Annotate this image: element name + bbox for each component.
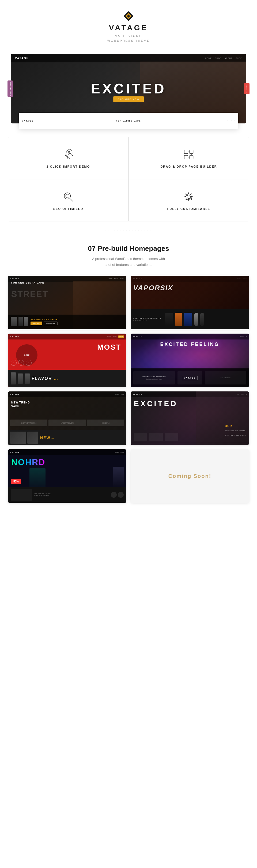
preview-7-nav-logo: VATAGE [10, 452, 20, 453]
vatage-label: VATAGE [182, 376, 198, 380]
preview-4-nav: VATAGE HOME ● [131, 334, 249, 340]
hero-sub-preview: VATAGE FOR LADIES VAPE ● ● ✏ [19, 113, 238, 129]
hero-title: EXCITED [91, 81, 166, 97]
svg-rect-4 [184, 150, 188, 154]
preview-3-badges: ★ ★ ★ [11, 360, 32, 366]
header: VATAGE VAPE STORE WORDPRESS THEME [0, 0, 257, 51]
elementor-badge: elementor [244, 83, 250, 94]
preview-3-nav: VATAGE HOME SHOP SHOP [8, 334, 126, 340]
svg-line-13 [70, 198, 73, 202]
brand-name: VATAGE [109, 24, 148, 32]
preview-3-bottom: FLAVOR … [8, 370, 126, 387]
svg-rect-6 [184, 156, 188, 159]
preview-6-our: OUR top selling itemsfor the vape fans [225, 424, 246, 437]
dot-divider: · · · · · · · · · · · · · · · · · · [0, 229, 257, 231]
feature-builder: DRAG & DROP PAGE BUILDER [129, 137, 249, 179]
preview-7-nav: VATAGE HOME SHOP [8, 449, 126, 455]
sub-preview-logo: VATAGE [22, 120, 34, 122]
hero-preview: VATAGE HOME SHOP ABOUT SHOP EXCITED EXPL… [11, 54, 246, 123]
preview-card-3[interactable]: VATAGE HOME SHOP SHOP OOZE MOST ★ ★ ★ FL… [8, 334, 126, 387]
preview-5-info-boxes: SHOP THE VAPE ITEMS LATEST PRODUCTS OUR … [8, 420, 126, 426]
preview-7-neon: NOHRD [11, 457, 45, 467]
hero-nav-logo: VATAGE [15, 57, 29, 60]
preview-2-bigtext: VAPORSIX [133, 284, 173, 292]
svg-point-3 [68, 151, 70, 153]
preview-1-nav: VATAGE HOME SHOP ABOUT [8, 276, 126, 282]
homepages-section: 07 Pre-build Homepages A professional Wo… [8, 244, 249, 268]
preview-5-nav: VATAGE HOME SHOP [8, 392, 126, 397]
preview-1-bottom: VATAGE VAPE SHOP SHOP NOW LEARN MORE [8, 315, 126, 329]
feature-import: 1 CLICK IMPORT DEMO [8, 137, 128, 179]
logo-diamond-icon [123, 11, 134, 22]
preview-6-nav-logo: VATAGE [133, 394, 142, 395]
hero-nav-link-4: SHOP [235, 57, 242, 59]
sub-preview-text: FOR LADIES VAPE [116, 120, 141, 122]
preview-card-1[interactable]: VATAGE HOME SHOP ABOUT FOR GENTLEMAN VAP… [8, 276, 126, 329]
preview-4-bottom: HAPPY SELLING WORKSHOP Exclusive product… [131, 368, 249, 387]
preview-card-8: Coming Soon! [131, 449, 249, 503]
preview-4-nav-logo: VATAGE [133, 336, 142, 337]
svg-point-15 [187, 195, 190, 199]
features-grid: 1 CLICK IMPORT DEMO DRAG & DROP PAGE BUI… [8, 137, 249, 221]
woocommerce-badge: WOOCOMMERCE [7, 81, 13, 97]
preview-7-bottom: THE NATURE OF THEVAPE AND FUNTER [8, 487, 126, 503]
preview-5-title: NEW TRENDVAPE [11, 401, 30, 408]
hero-nav-link-3: ABOUT [225, 57, 232, 59]
preview-6-title: EXCITED [134, 400, 178, 408]
homepages-title: 07 Pre-build Homepages [8, 244, 249, 253]
preview-card-4[interactable]: VATAGE HOME ● EXCITED FEELING HAPPY SELL… [131, 334, 249, 387]
hero-nav: VATAGE HOME SHOP ABOUT SHOP [11, 54, 246, 62]
feature-seo: SEO OPTIMIZED [8, 179, 128, 221]
preview-7-discount: 50% [11, 479, 21, 484]
search-icon [62, 190, 75, 204]
feature-import-label: 1 CLICK IMPORT DEMO [46, 165, 90, 168]
preview-3-nav-logo: VATAGE [10, 336, 20, 337]
preview-1-nav-logo: VATAGE [10, 278, 20, 280]
feature-customize: FULLY CUSTOMIZABLE [129, 179, 249, 221]
feature-builder-label: DRAG & DROP PAGE BUILDER [160, 165, 217, 168]
hero-nav-link-1: HOME [205, 57, 212, 59]
rocket-icon [62, 148, 75, 161]
previews-grid: VATAGE HOME SHOP ABOUT FOR GENTLEMAN VAP… [8, 276, 249, 503]
preview-1-bigtext: Street [11, 289, 48, 299]
svg-rect-7 [190, 156, 193, 159]
feature-seo-label: SEO OPTIMIZED [53, 207, 83, 211]
svg-rect-5 [190, 150, 193, 154]
preview-4-title: EXCITED FEELING [131, 342, 249, 347]
preview-1-text: FOR GENTLEMAN VAPE [11, 281, 44, 285]
preview-5-nav-logo: VATAGE [10, 394, 20, 395]
preview-card-5[interactable]: VATAGE HOME SHOP NEW TRENDVAPE SHOP THE … [8, 392, 126, 445]
cube-icon [182, 148, 195, 161]
feature-customize-label: FULLY CUSTOMIZABLE [167, 207, 210, 211]
gear-icon [182, 190, 195, 204]
brand-subtitle: VAPE STORE WORDPRESS THEME [107, 34, 150, 43]
sub-preview-nav: ● ● ✏ [228, 120, 235, 122]
preview-card-7[interactable]: VATAGE HOME SHOP NOHRD 50% THE NATURE OF… [8, 449, 126, 503]
hero-cta-button[interactable]: EXPLORE NOW [113, 96, 144, 102]
homepages-desc: A professional WordPress theme. It comes… [8, 256, 249, 268]
coming-soon-text: Coming Soon! [168, 473, 212, 479]
hero-nav-link-2: SHOP [215, 57, 221, 59]
preview-2-products: NEW TRENDING PRODUCTS LUXURY PRODUCTS [131, 309, 249, 329]
preview-card-6[interactable]: VATAGE HOME SHOP ● EXCITED OUR top selli… [131, 392, 249, 445]
preview-5-bottom: NEW… [8, 430, 126, 445]
preview-card-2[interactable]: VATAGE HOME SHOP VAPORSIX NEW TRENDING P… [131, 276, 249, 329]
preview-3-most: MOST [97, 343, 121, 351]
